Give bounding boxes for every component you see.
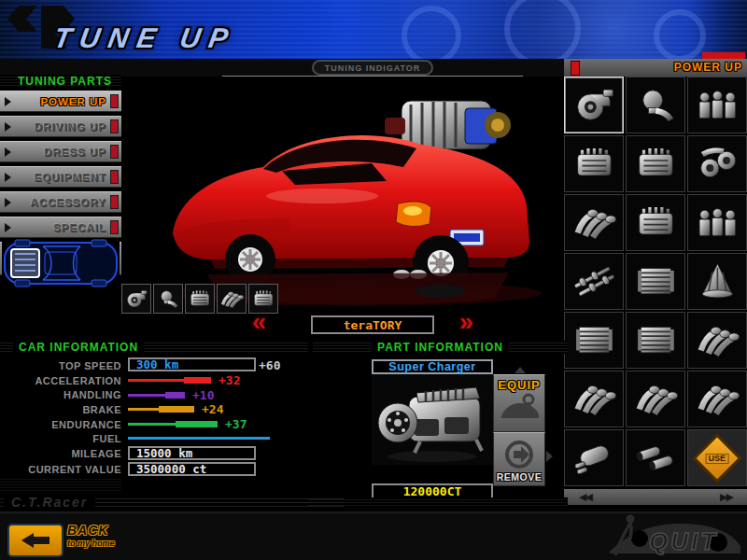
- stat-value: 15000 km: [136, 446, 192, 460]
- item-arrow-icon: [5, 173, 11, 182]
- part-cell-twin-turbo[interactable]: [687, 135, 747, 192]
- stat-row-top-speed: TOP SPEED300 km+60: [0, 357, 308, 373]
- category-selector[interactable]: teraTORY: [311, 315, 434, 334]
- parts-panel-title: POWER UP: [674, 61, 742, 74]
- quit-label: QUIT: [649, 527, 718, 555]
- sidebar-item-specail[interactable]: SPECAIL: [0, 217, 121, 238]
- sidebar-item-label: SPECAIL: [0, 222, 121, 233]
- part-cell-radiator[interactable]: [564, 312, 624, 369]
- sidebar-item-label: EQUIPMENT: [0, 172, 121, 183]
- thumbnail-turbocharger[interactable]: [121, 284, 151, 314]
- part-cell-triple-carburetor[interactable]: [687, 77, 747, 133]
- category-color-tab: [571, 61, 580, 76]
- stat-row-brake: BRAKE+24: [0, 402, 308, 417]
- category-next-button[interactable]: »: [459, 312, 473, 332]
- sidebar-item-power-up[interactable]: POWER UP: [0, 91, 121, 112]
- stat-delta: +10: [192, 388, 214, 402]
- part-price: 120000CT: [403, 484, 462, 498]
- part-cell-muffler[interactable]: [564, 429, 624, 486]
- car-stats: TOP SPEED300 km+60ACCELERATION+32HANDLIN…: [0, 357, 308, 478]
- part-cell-engine-block[interactable]: [626, 135, 685, 192]
- part-cell-manifold-gasket[interactable]: [687, 371, 747, 427]
- item-color-bar: [110, 119, 119, 133]
- back-button-label[interactable]: BACK to my home: [67, 523, 115, 548]
- brand-logo: C.T.Racer: [4, 495, 95, 510]
- item-arrow-icon: [5, 97, 11, 106]
- stat-bar-boost: [184, 377, 211, 384]
- grid-next-page-button[interactable]: ▶▶: [720, 491, 732, 503]
- part-cell-intake-pipes[interactable]: [564, 371, 624, 427]
- part-cell-intercooler[interactable]: [626, 253, 685, 310]
- part-cell-camshafts[interactable]: [564, 253, 624, 310]
- stat-label: FUEL: [0, 433, 121, 444]
- sidebar-item-dress-up[interactable]: DRESS UP: [0, 141, 121, 162]
- stat-value: 3500000 ct: [136, 462, 206, 476]
- equip-up-arrow-icon: [514, 367, 526, 373]
- car-schematic: [2, 239, 120, 287]
- remove-next-arrow-icon[interactable]: [546, 451, 553, 462]
- machinery-deco: [402, 6, 461, 65]
- thumbnail-blow-off-valve[interactable]: [153, 284, 183, 314]
- stat-label: ACCELERATION: [0, 375, 121, 386]
- sidebar-item-label: ACCESSORY: [0, 197, 121, 208]
- equip-button[interactable]: EQUIP: [493, 374, 545, 432]
- back-button[interactable]: [7, 524, 63, 557]
- part-name: Super Charger: [388, 360, 475, 373]
- stat-value: 300 km: [136, 357, 178, 371]
- item-color-bar: [110, 195, 119, 209]
- stat-label: CURRENT VALUE: [0, 464, 121, 475]
- stat-bar-boost: [159, 406, 194, 413]
- stat-row-endurance: ENDURANCE+37: [0, 417, 308, 432]
- stat-bar-boost: [165, 392, 185, 399]
- stat-label: ENDURANCE: [0, 419, 121, 430]
- tuning-parts-title: TUNING PARTS: [0, 75, 121, 87]
- stat-row-current-value: CURRENT VALUE3500000 ct: [0, 462, 308, 478]
- item-color-bar: [110, 170, 119, 184]
- part-cell-throttle-body[interactable]: [687, 194, 747, 251]
- part-cell-engine-cover[interactable]: [626, 194, 685, 251]
- tune-up-screen: TUNE UP TUNING INDIGATOR N/A4throttleCha…: [0, 0, 747, 560]
- car-information-title: CAR INFORMATION: [13, 341, 144, 354]
- thumbnail-exhaust-manifold[interactable]: [217, 284, 247, 314]
- part-cell-air-filter[interactable]: [687, 253, 747, 310]
- stat-row-fuel: FUEL: [0, 431, 308, 446]
- part-cell-oil-cooler[interactable]: [626, 312, 685, 369]
- part-cell-turbocharger[interactable]: [564, 77, 624, 133]
- back-arrow-icon: [21, 533, 34, 548]
- part-cell-ribbed-hose[interactable]: [626, 371, 685, 427]
- stat-label: MILEAGE: [0, 448, 121, 459]
- remove-arrow-icon: [500, 439, 538, 470]
- sidebar-item-label: DRESS UP: [0, 147, 121, 158]
- tuning-indicator-label: TUNING INDIGATOR: [312, 60, 433, 76]
- part-cell-use-badge[interactable]: USE: [687, 429, 747, 486]
- thumbnail-engine-block[interactable]: [185, 284, 215, 314]
- machinery-deco: [504, 0, 581, 67]
- stat-delta: +24: [202, 402, 223, 416]
- remove-button[interactable]: REMOVE: [493, 432, 545, 486]
- part-cell-exhaust-headers[interactable]: [687, 312, 747, 369]
- part-information-panel: PART INFORMATION Super Charger EQUIP: [313, 339, 568, 502]
- part-cell-exhaust-manifold[interactable]: [564, 194, 624, 251]
- sidebar-item-equipment[interactable]: EQUIPMENT: [0, 166, 121, 188]
- grid-prev-page-button[interactable]: ◀◀: [579, 491, 591, 503]
- parts-grid-pager: ◀◀ ▶▶: [564, 489, 747, 505]
- part-cell-dual-exhaust-tips[interactable]: [626, 429, 685, 486]
- stat-bonus: +60: [259, 358, 280, 372]
- sidebar-item-accessory[interactable]: ACCESSORY: [0, 191, 121, 213]
- tuning-parts-menu: TUNING PARTS POWER UPDRIVING UPDRESS UPE…: [0, 75, 121, 263]
- category-prev-button[interactable]: «: [252, 312, 266, 332]
- item-arrow-icon: [5, 223, 11, 232]
- sidebar-item-driving-up[interactable]: DRIVING UP: [0, 116, 121, 137]
- item-color-bar: [110, 145, 119, 159]
- machinery-deco: [654, 9, 706, 62]
- divider-stripes: [0, 477, 121, 492]
- part-cell-blow-off-valve[interactable]: [626, 77, 685, 133]
- use-badge-icon: USE: [692, 433, 742, 483]
- item-arrow-icon: [5, 198, 11, 207]
- part-cell-supercharger[interactable]: [564, 135, 624, 192]
- quit-button[interactable]: QUIT: [602, 512, 744, 559]
- stat-delta: +37: [225, 417, 247, 431]
- parts-grid: USE: [564, 77, 747, 488]
- item-arrow-icon: [5, 122, 11, 132]
- part-image: [372, 374, 493, 465]
